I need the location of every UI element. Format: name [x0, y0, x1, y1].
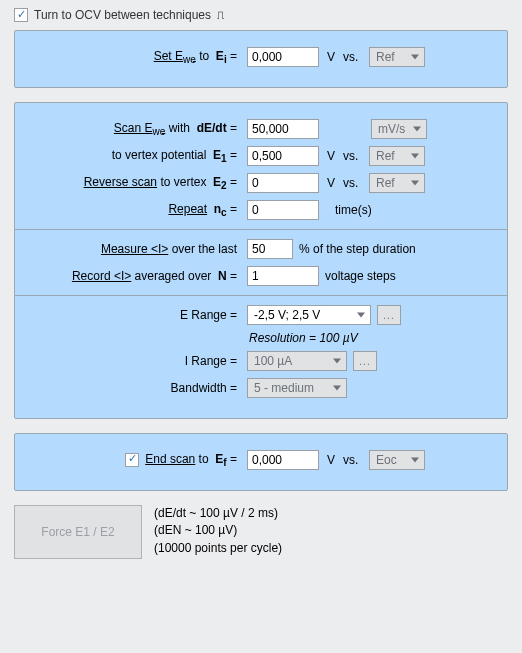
irange-select[interactable]: 100 µA — [247, 351, 347, 371]
pulse-icon: ⎍ — [217, 8, 223, 22]
dedt-unit-select[interactable]: mV/s — [371, 119, 427, 139]
end-scan-label: ✓ End scan to Ef = — [27, 452, 241, 468]
ef-unit: V — [325, 453, 337, 467]
scan-label: Scan Ewe with dE/dt = — [27, 121, 241, 137]
e2-unit: V — [325, 176, 337, 190]
e1-unit: V — [325, 149, 337, 163]
nc-label: Repeat nc = — [27, 202, 241, 218]
separator-2 — [15, 295, 507, 296]
measure-suffix: % of the step duration — [299, 242, 416, 256]
separator-1 — [15, 229, 507, 230]
footer-row: Force E1 / E2 (dE/dt ~ 100 µV / 2 ms) (d… — [14, 505, 508, 559]
measure-label: Measure <I> over the last — [27, 242, 241, 256]
ei-vs: vs. — [343, 50, 363, 64]
e2-ref-select[interactable]: Ref — [369, 173, 425, 193]
e1-label: to vertex potential E1 = — [27, 148, 241, 164]
settings-panel: ✓ Turn to OCV between techniques ⎍ Set E… — [0, 0, 522, 575]
record-n-input[interactable] — [247, 266, 319, 286]
e2-label: Reverse scan to vertex E2 = — [27, 175, 241, 191]
ocv-checkbox[interactable]: ✓ — [14, 8, 28, 22]
end-scan-block: ✓ End scan to Ef = V vs. Eoc — [14, 433, 508, 491]
irange-label: I Range = — [27, 354, 241, 368]
ei-ref-select[interactable]: Ref — [369, 47, 425, 67]
end-scan-checkbox[interactable]: ✓ — [125, 453, 139, 467]
e1-input[interactable] — [247, 146, 319, 166]
e1-vs: vs. — [343, 149, 363, 163]
irange-more-button[interactable]: ... — [353, 351, 377, 371]
erange-select[interactable]: -2,5 V; 2,5 V — [247, 305, 371, 325]
bandwidth-label: Bandwidth = — [27, 381, 241, 395]
nc-input[interactable] — [247, 200, 319, 220]
set-ewe-label: Set Ewe to Ei = — [27, 49, 241, 65]
ef-ref-select[interactable]: Eoc — [369, 450, 425, 470]
ef-input[interactable] — [247, 450, 319, 470]
ei-unit: V — [325, 50, 337, 64]
e2-vs: vs. — [343, 176, 363, 190]
e2-input[interactable] — [247, 173, 319, 193]
force-e1e2-button[interactable]: Force E1 / E2 — [14, 505, 142, 559]
footer-info: (dE/dt ~ 100 µV / 2 ms) (dEN ~ 100 µV) (… — [154, 505, 282, 557]
ocv-toggle-row: ✓ Turn to OCV between techniques ⎍ — [14, 8, 508, 22]
erange-label: E Range = — [27, 308, 241, 322]
measure-last-input[interactable] — [247, 239, 293, 259]
dedt-input[interactable] — [247, 119, 319, 139]
nc-unit: time(s) — [335, 203, 372, 217]
footer-line-3: (10000 points per cycle) — [154, 540, 282, 557]
footer-line-1: (dE/dt ~ 100 µV / 2 ms) — [154, 505, 282, 522]
set-ewe-block: Set Ewe to Ei = V vs. Ref — [14, 30, 508, 88]
ocv-label: Turn to OCV between techniques — [34, 8, 211, 22]
ei-input[interactable] — [247, 47, 319, 67]
bandwidth-select[interactable]: 5 - medium — [247, 378, 347, 398]
record-suffix: voltage steps — [325, 269, 396, 283]
record-label: Record <I> averaged over N = — [27, 269, 241, 283]
resolution-text: Resolution = 100 µV — [249, 331, 495, 345]
scan-block: Scan Ewe with dE/dt = mV/s to vertex pot… — [14, 102, 508, 419]
footer-line-2: (dEN ~ 100 µV) — [154, 522, 282, 539]
ef-vs: vs. — [343, 453, 363, 467]
e1-ref-select[interactable]: Ref — [369, 146, 425, 166]
erange-more-button[interactable]: ... — [377, 305, 401, 325]
